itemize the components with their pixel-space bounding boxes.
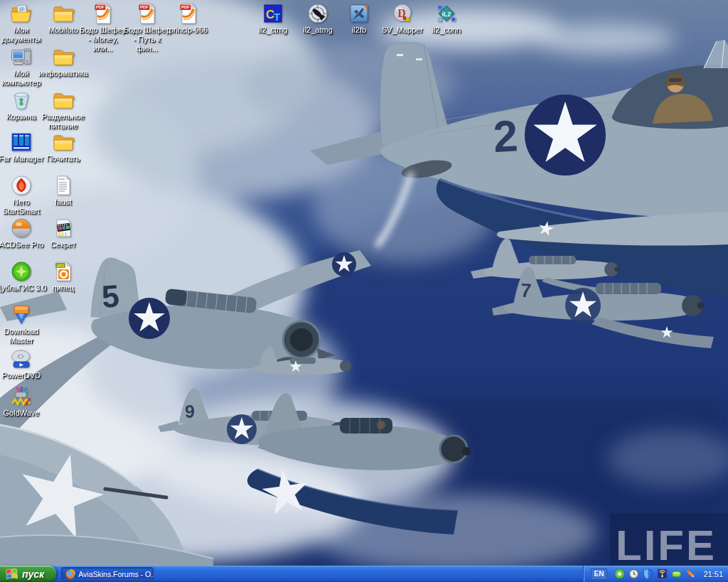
dublgis-icon	[10, 260, 33, 283]
svg-text:T: T	[274, 11, 280, 23]
desktop-icon-powerdvd[interactable]: PowerDVD	[0, 347, 47, 380]
pdf-icon	[177, 2, 200, 25]
desktop-icon-label: GoldWave	[0, 409, 47, 418]
acdsee-pro-icon	[10, 217, 33, 239]
tail-number-2: 2	[492, 111, 519, 161]
my-computer-icon	[10, 45, 33, 68]
svg-text:311: 311	[58, 232, 68, 237]
svg-text:JPG: JPG	[56, 264, 64, 268]
life-watermark: LIFE	[610, 513, 728, 566]
desktop-icon-razdelnoe-pitanie[interactable]: Раздельное питание	[38, 89, 89, 131]
desktop-icon-label: Почитать	[38, 154, 89, 163]
powerdvd-icon	[10, 347, 33, 370]
folder-icon	[52, 131, 75, 153]
text-document-icon	[52, 174, 75, 197]
folder-icon	[52, 89, 75, 112]
taskbar: пуск AviaSkins.Forums - O... EN	[0, 566, 728, 582]
tail-number-7: 7	[520, 280, 532, 302]
desktop-icon-label: Секрет	[38, 240, 89, 249]
desktop-icon-sekret[interactable]: 311 Секрет	[38, 217, 89, 249]
desktop-icon-label: il2_conn	[421, 26, 472, 35]
svg-text:iL2: iL2	[442, 11, 451, 18]
il2-sturmovik-icon	[348, 2, 370, 25]
svg-text:LIFE: LIFE	[616, 522, 717, 566]
desktop: 2	[0, 0, 728, 566]
language-indicator[interactable]: EN	[591, 568, 608, 580]
desktop-icon-label: il2_ctmg	[247, 26, 299, 35]
desktop-icon-label: Раздельное питание	[38, 112, 89, 131]
firefox-icon	[65, 569, 75, 579]
il2-ctmg-icon: C T	[262, 2, 284, 25]
network-signal-tray-icon[interactable]	[657, 568, 668, 579]
desktop-icon-princip-966[interactable]: princip-966	[163, 2, 214, 35]
taskbar-task-aviaskins[interactable]: AviaSkins.Forums - O...	[61, 567, 154, 581]
il2-conn-icon: iL2	[435, 2, 458, 25]
wallpaper-photo: 2	[0, 0, 728, 566]
text-switcher-pencil-tray-icon[interactable]	[685, 568, 696, 579]
security-shield-tray-icon[interactable]	[643, 568, 653, 579]
start-button-label: пуск	[22, 568, 44, 580]
desktop-icon-label: Download Master	[0, 327, 47, 345]
tail-number-9: 9	[185, 402, 195, 421]
desktop-icon-pipec[interactable]: JPG пипец	[38, 260, 89, 293]
recycle-bin-icon	[10, 89, 33, 112]
start-button[interactable]: пуск	[0, 566, 56, 582]
desktop-icon-faust[interactable]: faust	[38, 174, 89, 207]
taskbar-clock[interactable]: 21:51	[703, 570, 723, 578]
tail-number-5: 5	[100, 278, 120, 314]
desktop-icon-goldwave[interactable]: GoldWave	[0, 385, 47, 418]
video-file-icon: 311	[52, 217, 75, 239]
sv-mapper-icon: D	[391, 2, 414, 25]
desktop-icon-il2-conn[interactable]: iL2 il2_conn	[421, 2, 472, 35]
il2-atmg-icon	[306, 2, 329, 25]
messenger-green-tray-icon[interactable]	[614, 568, 625, 579]
scheduler-clock-tray-icon[interactable]	[628, 568, 639, 579]
folder-icon	[52, 45, 75, 68]
far-manager-icon	[10, 131, 33, 153]
windows-logo-icon	[5, 568, 18, 580]
jpg-image-icon: JPG	[52, 260, 75, 283]
my-documents-folder-icon	[10, 2, 33, 25]
desktop-icon-label: faust	[38, 198, 89, 207]
download-master-icon	[10, 303, 33, 326]
desktop-icon-download-master[interactable]: Download Master	[0, 303, 47, 345]
nero-startsmart-icon	[10, 174, 33, 197]
desktop-icon-label: пипец	[38, 284, 89, 293]
system-tray: EN	[583, 566, 728, 582]
desktop-icon-il2-ctmg[interactable]: C T il2_ctmg	[247, 2, 299, 35]
download-agent-tray-icon[interactable]	[671, 568, 682, 579]
desktop-icon-label: информатика	[38, 69, 89, 78]
pdf-icon	[92, 2, 114, 25]
taskbar-task-label: AviaSkins.Forums - O...	[78, 570, 154, 578]
pdf-icon	[136, 2, 159, 25]
desktop-icon-label: PowerDVD	[0, 371, 47, 380]
goldwave-icon	[10, 385, 33, 408]
desktop-icon-label: princip-966	[163, 26, 214, 35]
folder-icon	[52, 2, 75, 25]
desktop-icon-pochitat[interactable]: Почитать	[38, 131, 89, 163]
